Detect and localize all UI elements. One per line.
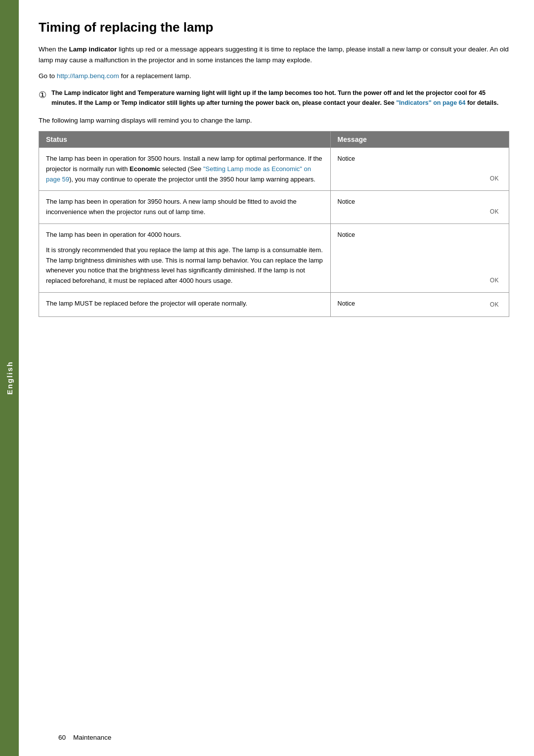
message-cell-2: Notice OK [330,191,509,224]
lamp-indicator-bold: Lamp indicator [69,45,117,53]
status-cell-1: The lamp has been in operation for 3500 … [39,147,331,190]
page-number: 60 [58,734,66,741]
sidebar: English [0,0,19,756]
ok-label-4: OK [490,300,499,310]
notice-label-3: Notice [338,230,502,240]
lamp-url-link[interactable]: http://lamp.benq.com [57,72,119,80]
main-content: Timing of replacing the lamp When the La… [19,0,534,756]
table-row: The lamp has been in operation for 3500 … [39,147,509,190]
table-row: The lamp has been in operation for 3950 … [39,191,509,224]
notice-label-2: Notice [338,197,502,207]
message-header: Message [330,131,509,147]
status-cell-2: The lamp has been in operation for 3950 … [39,191,331,224]
url-line: Go to http://lamp.benq.com for a replace… [39,72,509,80]
message-cell-4: Notice OK [330,292,509,316]
warning-text: The Lamp indicator light and Temperature… [51,89,509,108]
message-cell-3: Notice OK [330,223,509,292]
warning-box: ① The Lamp indicator light and Temperatu… [39,89,509,108]
section-label: Maintenance [73,734,111,741]
status-cell-3: The lamp has been in operation for 4000 … [39,223,331,292]
status-cell-4: The lamp MUST be replaced before the pro… [39,292,331,316]
warning-icon: ① [39,89,46,100]
notice-label-4: Notice [338,299,502,309]
table-row: The lamp MUST be replaced before the pro… [39,292,509,316]
table-row: The lamp has been in operation for 4000 … [39,223,509,292]
status-header: Status [39,131,331,147]
message-cell-1: Notice OK [330,147,509,190]
page-title: Timing of replacing the lamp [39,20,509,35]
economic-bold: Economic [130,165,160,173]
page-footer: 60 Maintenance [58,734,111,741]
indicators-link[interactable]: "Indicators" on page 64 [396,99,465,106]
ok-label-3: OK [490,276,499,285]
status-3-line1: The lamp has been in operation for 4000 … [46,230,323,240]
economic-link-1[interactable]: "Setting Lamp mode as Economic" on page … [46,165,311,183]
ok-label-1: OK [490,174,499,183]
ok-label-2: OK [490,207,499,217]
notice-label-1: Notice [338,154,502,164]
intro-paragraph: When the Lamp indicator lights up red or… [39,44,509,65]
table-header-row: Status Message [39,131,509,147]
lamp-table: Status Message The lamp has been in oper… [39,131,509,317]
page-wrapper: English Timing of replacing the lamp Whe… [0,0,534,756]
sidebar-label: English [5,361,14,395]
status-3-line2: It is strongly recommended that you repl… [46,245,323,286]
following-text: The following lamp warning displays will… [39,117,509,124]
